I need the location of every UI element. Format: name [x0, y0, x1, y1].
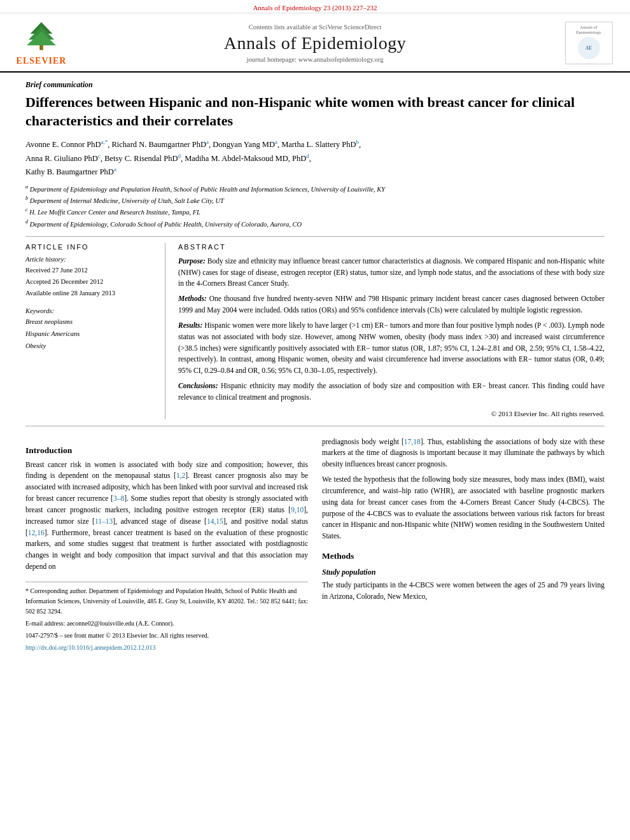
methods-label: Methods: [178, 295, 207, 302]
doi-link[interactable]: http://dx.doi.org/10.1016/j.annepidem.20… [25, 644, 156, 651]
keyword-2: Hispanic Americans [25, 328, 155, 340]
body-right-col: prediagnosis body weight [17,18]. Thus, … [322, 437, 605, 655]
article-type: Brief communication [25, 80, 605, 90]
conclusions-label: Conclusions: [178, 382, 218, 389]
article-info-abstract-section: ARTICLE INFO Article history: Received 2… [25, 243, 605, 419]
abstract-body-divider [25, 426, 605, 426]
methods-text: The study participants in the 4-CBCS wer… [322, 580, 605, 603]
article-history-block: Article history: Received 27 June 2012 A… [25, 256, 155, 299]
study-population-heading: Study population [322, 568, 605, 577]
header-divider [25, 236, 605, 237]
journal-citation: Annals of Epidemiology 23 (2013) 227–232 [253, 4, 377, 11]
copyright-line: © 2013 Elsevier Inc. All rights reserved… [178, 409, 605, 419]
article-dates: Received 27 June 2012 Accepted 26 Decemb… [25, 265, 155, 299]
affiliation-c: c H. Lee Moffit Cancer Center and Resear… [25, 206, 605, 218]
main-content: Brief communication Differences between … [0, 73, 630, 668]
available-date: Available online 28 January 2013 [25, 288, 155, 299]
sciverse-line: Contents lists available at SciVerse Sci… [83, 24, 547, 31]
article-title: Differences between Hispanic and non-His… [25, 94, 605, 130]
body-section: Introduction Breast cancer risk in women… [25, 437, 605, 655]
body-left-col: Introduction Breast cancer risk in women… [25, 437, 308, 655]
body-two-col: Introduction Breast cancer risk in women… [25, 437, 605, 655]
abstract-methods: Methods: One thousand five hundred twent… [178, 293, 605, 316]
issn-line: 1047-2797/$ – see front matter © 2013 El… [25, 631, 308, 641]
abstract-text: Purpose: Body size and ethnicity may inf… [178, 256, 605, 419]
purpose-text: Body size and ethnicity may influence br… [178, 257, 605, 288]
methods-text: One thousand five hundred twenty-seven N… [178, 295, 605, 314]
keywords-label: Keywords: [25, 307, 155, 314]
intro-right-text: prediagnosis body weight [17,18]. Thus, … [322, 437, 605, 542]
journal-logo-right: Annals ofEpidemiology AE [560, 22, 617, 65]
received-date: Received 27 June 2012 [25, 265, 155, 276]
affiliation-d: d Department of Epidemiology, Colorado S… [25, 218, 605, 230]
keywords-block: Keywords: Breast neoplasms Hispanic Amer… [25, 307, 155, 353]
elsevier-tree-icon [19, 20, 64, 55]
abstract-purpose: Purpose: Body size and ethnicity may inf… [178, 256, 605, 290]
history-label: Article history: [25, 256, 155, 263]
elsevier-label: ELSEVIER [17, 56, 67, 66]
elsevier-logo: ELSEVIER [13, 20, 70, 66]
journal-logo-icon: AE [578, 37, 600, 59]
keyword-1: Breast neoplasms [25, 316, 155, 328]
affiliation-b: b Department of Internal Medicine, Unive… [25, 195, 605, 206]
journal-header: ELSEVIER Contents lists available at Sci… [0, 13, 630, 73]
abstract-label: ABSTRACT [178, 243, 605, 251]
article-info-label: ARTICLE INFO [25, 243, 155, 251]
journal-citation-bar: Annals of Epidemiology 23 (2013) 227–232 [0, 0, 630, 13]
abstract-results: Results: Hispanic women were more likely… [178, 320, 605, 377]
journal-center: Contents lists available at SciVerse Sci… [70, 24, 560, 63]
intro-text: Breast cancer risk in women is associate… [25, 459, 308, 573]
conclusions-text: Hispanic ethnicity may modify the associ… [178, 382, 605, 401]
corresponding-footnote: * Corresponding author. Department of Ep… [25, 586, 308, 617]
intro-heading: Introduction [25, 445, 308, 456]
keyword-3: Obesity [25, 340, 155, 353]
results-label: Results: [178, 321, 202, 329]
methods-heading: Methods [322, 551, 605, 561]
journal-logo-box: Annals ofEpidemiology AE [565, 22, 613, 65]
email-footnote: E-mail address: aeconne02@louisville.edu… [25, 619, 308, 629]
purpose-label: Purpose: [178, 257, 206, 265]
keywords-list: Breast neoplasms Hispanic Americans Obes… [25, 316, 155, 353]
journal-homepage: journal homepage: www.annalsofepidemiolo… [83, 56, 547, 63]
journal-title: Annals of Epidemiology [83, 33, 547, 53]
affiliations: a Department of Epidemiology and Populat… [25, 183, 605, 230]
article-info-col: ARTICLE INFO Article history: Received 2… [25, 243, 165, 419]
abstract-conclusions: Conclusions: Hispanic ethnicity may modi… [178, 381, 605, 403]
results-text: Hispanic women were more likely to have … [178, 321, 605, 374]
footnote-area: * Corresponding author. Department of Ep… [25, 582, 308, 653]
accepted-date: Accepted 26 December 2012 [25, 276, 155, 288]
authors-line: Avonne E. Connor PhDa,*, Richard N. Baum… [25, 137, 605, 178]
affiliation-a: a Department of Epidemiology and Populat… [25, 183, 605, 195]
abstract-col: ABSTRACT Purpose: Body size and ethnicit… [178, 243, 605, 419]
doi-line: http://dx.doi.org/10.1016/j.annepidem.20… [25, 643, 308, 653]
